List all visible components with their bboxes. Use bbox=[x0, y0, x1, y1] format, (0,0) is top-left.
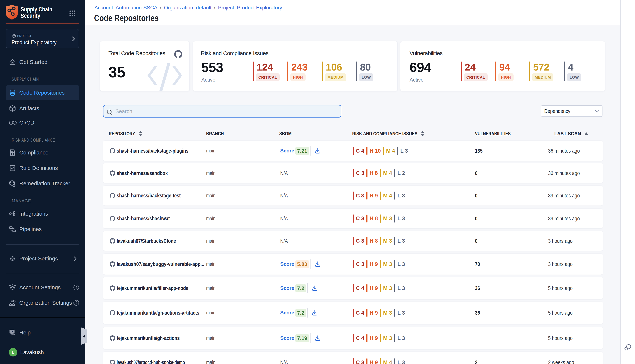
svg-text:?: ? bbox=[11, 330, 13, 333]
svg-text:L: L bbox=[12, 350, 15, 355]
